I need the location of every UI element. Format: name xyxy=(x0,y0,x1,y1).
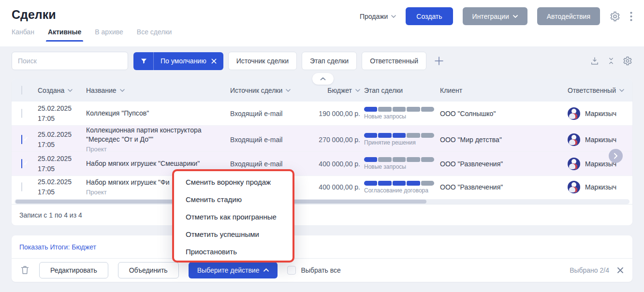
stage-label: Принятие решения xyxy=(364,139,434,146)
filter-bar: По умолчанию Источник сделки Этап сделки… xyxy=(12,52,632,70)
top-right-controls: Продажи Создать Интеграции Автодействия xyxy=(360,7,632,25)
cell-budget: 270 000,00 р. xyxy=(316,136,364,144)
row-checkbox[interactable] xyxy=(21,135,22,144)
edit-button[interactable]: Редактировать xyxy=(39,262,108,278)
table-row[interactable]: 25.02.202517:05 Коллекция "Пупсов" Входя… xyxy=(12,102,632,126)
bulk-actions-menu: Сменить воронку продаж Сменить стадию От… xyxy=(172,169,294,263)
totals-row: Показать Итоги: Бюджет xyxy=(12,235,632,259)
search-input[interactable] xyxy=(12,52,128,70)
default-filter-label: По умолчанию xyxy=(161,57,206,65)
column-header-owner[interactable]: Ответственный xyxy=(568,87,632,94)
cell-source: Входящий e-mail xyxy=(230,110,316,117)
stage-label: Новые запросы xyxy=(364,163,434,170)
cell-deal-name[interactable]: Коллекционная партия конструктора "Мерсе… xyxy=(86,126,230,153)
stage-label: Новые запросы xyxy=(364,113,434,120)
filter-chip-stage[interactable]: Этап сделки xyxy=(302,52,357,70)
cell-client: ООО "Развлечения" xyxy=(440,160,568,168)
menu-item-change-stage[interactable]: Сменить стадию xyxy=(174,191,293,208)
show-totals-link[interactable]: Показать Итоги: Бюджет xyxy=(19,243,96,251)
cell-source: Входящий e-mail xyxy=(230,136,316,144)
remove-filter-icon[interactable] xyxy=(211,58,217,64)
cell-budget: 400 000,00 р. xyxy=(316,160,364,168)
sort-icon[interactable] xyxy=(619,89,624,92)
cell-created: 25.02.202517:05 xyxy=(38,130,86,150)
horizontal-scrollbar[interactable] xyxy=(15,199,629,204)
stage-progress-bar xyxy=(364,107,434,112)
menu-item-mark-won[interactable]: Отметить успешными xyxy=(174,226,293,243)
tab-kanban[interactable]: Канбан xyxy=(12,28,34,42)
menu-item-pause[interactable]: Приостановить xyxy=(174,243,293,261)
collapse-table-tab[interactable] xyxy=(312,73,334,85)
table-row[interactable]: 25.02.202517:05 Коллекционная партия кон… xyxy=(12,126,632,152)
owner-avatar xyxy=(568,158,580,170)
select-all-control[interactable]: Выбрать все xyxy=(287,266,340,275)
top-bar: Сделки Канбан Активные В архиве Все сдел… xyxy=(0,0,644,46)
row-checkbox[interactable] xyxy=(21,182,22,191)
cell-owner: Маркизыч xyxy=(568,107,632,120)
divider xyxy=(153,52,154,70)
filter-chip-owner[interactable]: Ответственный xyxy=(362,52,426,70)
tab-all-deals[interactable]: Все сделки xyxy=(137,28,172,42)
choose-action-button[interactable]: Выберите действие xyxy=(189,262,278,278)
cell-stage: Новые запросы xyxy=(364,107,434,120)
select-all-header-checkbox[interactable] xyxy=(21,86,22,95)
sort-icon[interactable] xyxy=(120,89,125,92)
cell-stage: Согласование договора xyxy=(364,181,434,194)
default-filter-button[interactable]: По умолчанию xyxy=(133,52,223,70)
cell-deal-name[interactable]: Набор мягких игрушек "Смешарики" xyxy=(86,159,230,168)
cell-deal-name[interactable]: Коллекция "Пупсов" xyxy=(86,109,230,118)
stage-progress-bar xyxy=(364,133,434,138)
column-header-created[interactable]: Создана xyxy=(38,87,86,94)
autoactions-button[interactable]: Автодействия xyxy=(537,7,600,25)
stage-label: Согласование договора xyxy=(364,187,434,194)
cell-created: 25.02.202517:05 xyxy=(38,177,86,197)
select-all-checkbox[interactable] xyxy=(287,266,296,275)
scroll-right-button[interactable] xyxy=(609,149,623,163)
settings-gear-icon[interactable] xyxy=(610,11,620,22)
table-row[interactable]: 25.02.202517:05 Набор мягких игрушек "Фи… xyxy=(12,176,632,198)
cell-budget: 190 000,00 р. xyxy=(316,110,364,117)
cell-source: Входящий e-mail xyxy=(230,160,316,168)
menu-item-mark-lost[interactable]: Отметить как проигранные xyxy=(174,208,293,226)
more-menu-icon[interactable] xyxy=(630,12,632,21)
deals-table: Создана Название Источник сделки Бюджет … xyxy=(12,79,632,225)
pipeline-select-label: Продажи xyxy=(360,13,388,20)
tab-archive[interactable]: В архиве xyxy=(95,28,123,42)
cell-stage: Принятие решения xyxy=(364,133,434,146)
close-selection-icon[interactable] xyxy=(617,267,624,274)
funnel-icon xyxy=(133,58,153,65)
merge-button[interactable]: Объединить xyxy=(118,262,179,278)
cell-client: ООО "Мир детства" xyxy=(440,136,568,144)
sort-icon[interactable] xyxy=(68,89,73,92)
cell-client: ООО "Развлечения" xyxy=(440,183,568,191)
chevron-up-icon xyxy=(263,268,269,272)
page-title: Сделки xyxy=(12,8,56,22)
cell-created: 25.02.202517:05 xyxy=(38,103,86,124)
export-download-icon[interactable] xyxy=(590,56,600,66)
column-header-budget[interactable]: Бюджет xyxy=(316,87,364,94)
table-settings-gear-icon[interactable] xyxy=(623,56,632,66)
delete-trash-icon[interactable] xyxy=(20,265,29,275)
table-row[interactable]: 25.02.202517:05 Набор мягких игрушек "См… xyxy=(12,152,632,176)
view-tabs: Канбан Активные В архиве Все сделки xyxy=(12,28,172,42)
column-header-name[interactable]: Название xyxy=(86,87,230,94)
row-checkbox[interactable] xyxy=(21,109,22,118)
create-button[interactable]: Создать xyxy=(406,7,453,25)
add-filter-icon[interactable] xyxy=(433,55,445,67)
row-checkbox[interactable] xyxy=(21,159,22,168)
integrations-button[interactable]: Интеграции xyxy=(463,7,527,25)
sort-icon[interactable] xyxy=(355,89,360,92)
menu-item-change-funnel[interactable]: Сменить воронку продаж xyxy=(174,174,293,191)
owner-avatar xyxy=(568,107,580,120)
owner-avatar xyxy=(568,181,580,193)
sort-icon[interactable] xyxy=(286,89,291,92)
owner-avatar xyxy=(568,133,580,146)
column-header-source[interactable]: Источник сделки xyxy=(230,87,316,94)
cell-owner: Маркизыч xyxy=(568,133,632,146)
pipeline-select[interactable]: Продажи xyxy=(360,13,396,20)
tab-active[interactable]: Активные xyxy=(48,28,81,42)
cell-owner: Маркизыч xyxy=(568,158,632,170)
collapse-rows-icon[interactable] xyxy=(607,57,615,65)
column-header-client: Клиент xyxy=(440,87,568,94)
filter-chip-source[interactable]: Источник сделки xyxy=(228,52,297,70)
